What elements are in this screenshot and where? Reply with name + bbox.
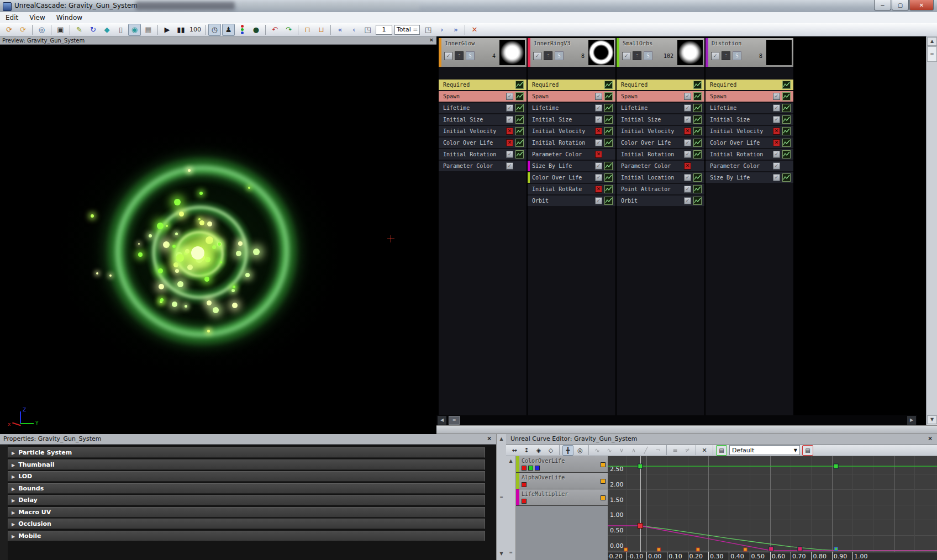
module-curve-icon[interactable] — [604, 127, 613, 135]
module-curve-icon[interactable] — [515, 81, 524, 89]
module-curve-icon[interactable] — [693, 127, 702, 135]
module-enabled-checkbox[interactable]: ✓ — [773, 151, 780, 158]
preview-close-icon[interactable]: ✕ — [428, 37, 435, 44]
module-curve-icon[interactable] — [604, 173, 613, 182]
module-curve-icon[interactable] — [693, 185, 702, 193]
module-point-attractor[interactable]: Point Attractor✓ — [617, 184, 704, 194]
curve-key[interactable] — [624, 548, 628, 551]
sphere-icon[interactable]: ● — [250, 24, 262, 36]
module-initial-location[interactable]: Initial Location✓ — [617, 172, 704, 183]
curve-track-coloroverlife[interactable]: ColorOverLife — [516, 456, 608, 473]
module-curve-icon[interactable] — [782, 150, 791, 159]
module-enabled-checkbox[interactable]: ✓ — [506, 116, 513, 123]
color-channels-icon[interactable] — [236, 24, 249, 36]
module-curve-icon[interactable] — [693, 92, 702, 101]
emitter-header[interactable]: InnerRingV3✓⁘S8 — [528, 38, 615, 67]
module-curve-icon[interactable] — [782, 127, 791, 135]
module-initial-velocity[interactable]: Initial Velocity✕ — [439, 126, 527, 136]
module-initial-size[interactable]: Initial Size✓ — [528, 114, 615, 125]
emitter-burst-icon[interactable]: ⁘ — [633, 51, 641, 60]
module-enabled-checkbox[interactable]: ✓ — [684, 174, 691, 181]
curve-left-scrollbar[interactable]: ▲ ≡ — [506, 456, 516, 560]
menu-item-window[interactable]: Window — [51, 13, 88, 23]
property-category-lod[interactable]: ▶LOD — [8, 471, 485, 482]
fit-selected-icon[interactable]: ◇ — [545, 445, 556, 456]
post-process-icon[interactable]: ◉ — [128, 24, 141, 36]
module-color-over-life[interactable]: Color Over Life✓ — [617, 138, 704, 148]
flatten-tangents-icon[interactable]: ≡ — [670, 445, 681, 456]
module-enabled-checkbox[interactable]: ✓ — [506, 93, 513, 100]
emitter-header[interactable]: SmallOrbs✓⁘S102 — [617, 38, 704, 67]
emitter-horizontal-scrollbar[interactable]: ◀ ≡ ▶ — [436, 415, 917, 425]
orbit-mode-icon[interactable]: ↻ — [87, 24, 99, 36]
track-visibility-toggle[interactable] — [601, 462, 606, 467]
emitter-vertical-scrollbar[interactable]: ▲ ≡ ▼ — [926, 36, 937, 425]
module-enabled-checkbox[interactable]: ✓ — [684, 151, 691, 158]
emitter-solo-button[interactable]: S — [466, 51, 475, 60]
module-enabled-checkbox[interactable]: ✓ — [773, 93, 780, 100]
module-curve-icon[interactable] — [604, 104, 613, 112]
curve-key[interactable] — [798, 547, 802, 551]
module-initial-rotation[interactable]: Initial Rotation✓ — [528, 138, 615, 148]
property-category-occlusion[interactable]: ▶Occlusion — [8, 519, 485, 529]
scroll-right-icon[interactable]: ▶ — [907, 416, 916, 425]
motion-icon[interactable]: ♟ — [222, 24, 235, 36]
module-enabled-checkbox[interactable]: ✓ — [595, 197, 602, 204]
lod-delete-icon[interactable]: ✕ — [468, 24, 481, 36]
scrollbar-thumb[interactable]: ≡ — [927, 46, 937, 62]
module-disabled-checkbox[interactable]: ✕ — [595, 151, 602, 158]
module-color-over-life[interactable]: Color Over Life✕ — [439, 138, 527, 148]
splitter-grip-icon[interactable]: ≡ — [497, 495, 506, 500]
module-disabled-checkbox[interactable]: ✕ — [595, 128, 602, 135]
module-color-over-life[interactable]: Color Over Life✓ — [528, 172, 615, 183]
curve-key[interactable] — [834, 547, 838, 551]
channel-toggle[interactable] — [535, 466, 540, 471]
curve-editor-icon[interactable]: ✎ — [73, 24, 86, 36]
module-disabled-checkbox[interactable]: ✕ — [684, 128, 691, 135]
scroll-up-icon[interactable]: ▲ — [927, 37, 937, 46]
module-curve-icon[interactable] — [693, 139, 702, 147]
module-curve-icon[interactable] — [515, 150, 524, 159]
module-curve-icon[interactable] — [782, 115, 791, 124]
channel-toggle[interactable] — [522, 499, 527, 504]
property-category-particle-system[interactable]: ▶Particle System — [8, 447, 485, 458]
property-category-delay[interactable]: ▶Delay — [8, 495, 485, 505]
tangent-linear-icon[interactable]: ╱ — [640, 445, 651, 456]
emitter-enabled-checkbox[interactable]: ✓ — [444, 52, 452, 60]
module-enabled-checkbox[interactable]: ✓ — [684, 197, 691, 204]
emitter-burst-icon[interactable]: ⁘ — [455, 51, 464, 60]
emitter-thumbnail[interactable] — [766, 40, 792, 65]
channel-toggle[interactable] — [528, 466, 533, 471]
curve-key[interactable] — [769, 547, 773, 551]
graph-low-detail-icon[interactable]: ⊔ — [315, 24, 328, 36]
lod-lowest-icon[interactable]: « — [334, 24, 346, 36]
module-enabled-checkbox[interactable]: ✓ — [506, 151, 513, 158]
module-spawn[interactable]: Spawn✓ — [706, 91, 793, 102]
curve-key[interactable] — [696, 548, 699, 551]
curve-key[interactable] — [638, 464, 643, 468]
module-size-by-life[interactable]: Size By Life✓ — [528, 161, 615, 171]
curve-graph[interactable]: 0.000.501.001.502.002.50-0.20-0.100.000.… — [608, 456, 937, 560]
scroll-down-icon[interactable]: ▼ — [497, 551, 506, 556]
track-visibility-toggle[interactable] — [601, 495, 606, 500]
create-tab-icon[interactable]: ▤ — [716, 445, 727, 456]
emitter-thumbnail[interactable] — [499, 40, 525, 65]
module-required[interactable]: Required — [617, 80, 704, 90]
module-initial-rotation[interactable]: Initial Rotation✓ — [706, 149, 793, 160]
module-initial-velocity[interactable]: Initial Velocity✕ — [617, 126, 704, 136]
module-curve-icon[interactable] — [693, 104, 702, 112]
module-initial-size[interactable]: Initial Size✓ — [617, 114, 704, 125]
curve-key[interactable] — [744, 548, 747, 551]
redo-icon[interactable]: ↷ — [282, 24, 295, 36]
restart-level-icon[interactable]: ⟳ — [17, 24, 29, 36]
curve-key[interactable] — [638, 523, 643, 528]
module-initial-rotation[interactable]: Initial Rotation✓ — [439, 149, 527, 160]
module-color-over-life[interactable]: Color Over Life✕ — [706, 138, 793, 148]
curve-track-alphaoverlife[interactable]: AlphaOverLife — [516, 473, 608, 489]
module-curve-icon[interactable] — [782, 139, 791, 147]
emitter-thumbnail[interactable] — [677, 40, 703, 65]
lod-higher-icon[interactable]: › — [435, 24, 448, 36]
emitter-thumbnail[interactable] — [588, 40, 614, 65]
property-category-bounds[interactable]: ▶Bounds — [8, 483, 485, 494]
module-enabled-checkbox[interactable]: ✓ — [506, 104, 513, 112]
